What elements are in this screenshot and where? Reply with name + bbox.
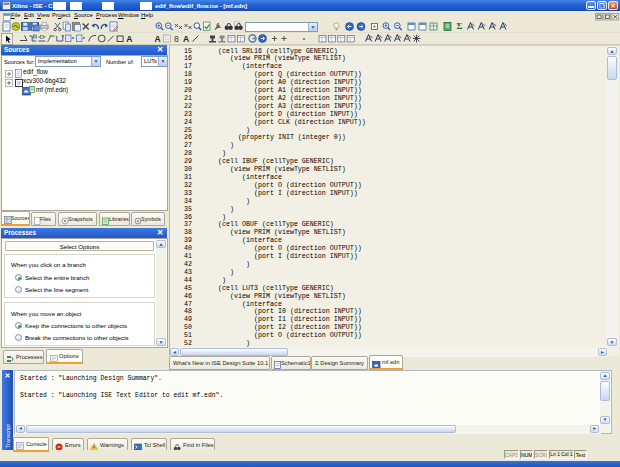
svg-text:A: A bbox=[183, 34, 189, 44]
svg-text:8: 8 bbox=[174, 34, 179, 44]
svg-text:A: A bbox=[126, 34, 132, 44]
svg-text:Σ: Σ bbox=[457, 21, 463, 31]
svg-text:A: A bbox=[155, 34, 161, 44]
